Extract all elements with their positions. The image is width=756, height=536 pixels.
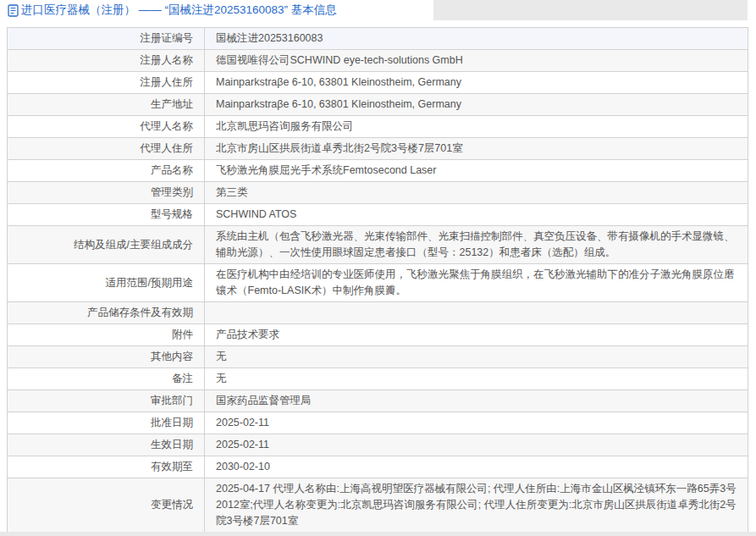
row-value: 北京市房山区拱辰街道卓秀北街2号院3号楼7层701室 bbox=[205, 138, 748, 160]
row-value: SCHWIND ATOS bbox=[205, 204, 748, 226]
row-value: 无 bbox=[205, 346, 748, 368]
row-value: 飞秒激光角膜屈光手术系统Femtosecond Laser bbox=[205, 160, 748, 182]
table-row: 适用范围/预期用途在医疗机构中由经培训的专业医师使用，飞秒激光聚焦于角膜组织，在… bbox=[8, 264, 748, 302]
table-row: 结构及组成/主要组成成分系统由主机（包含飞秒激光器、光束传输部件、光束扫描控制部… bbox=[8, 226, 748, 264]
row-label-text: 管理类别 bbox=[151, 186, 193, 198]
row-value: 产品技术要求 bbox=[205, 324, 748, 346]
row-label: 管理类别 bbox=[8, 182, 205, 204]
row-value: 2025-02-11 bbox=[205, 434, 748, 456]
row-value: Mainparkstraβe 6-10, 63801 Kleinostheim,… bbox=[205, 94, 748, 116]
row-label: 有效期至 bbox=[8, 456, 205, 478]
row-label-text: 批准日期 bbox=[151, 417, 193, 428]
document-icon bbox=[8, 4, 19, 17]
info-table-body: 注册证编号国械注进20253160083注册人名称德国视唯得公司SCHWIND … bbox=[8, 28, 748, 536]
row-label: 代理人住所 bbox=[8, 138, 205, 160]
info-table: 注册证编号国械注进20253160083注册人名称德国视唯得公司SCHWIND … bbox=[7, 27, 748, 536]
row-label-text: 结构及组成/主要组成成分 bbox=[74, 239, 193, 251]
row-label-text: 审批部门 bbox=[151, 395, 193, 406]
bottom-edge bbox=[0, 532, 756, 536]
table-row: 变更情况2025-04-17 代理人名称由:上海高视明望医疗器械有限公司; 代理… bbox=[8, 478, 748, 533]
table-row: 管理类别第三类 bbox=[8, 182, 748, 204]
row-label-text: 注册证编号 bbox=[141, 32, 194, 44]
page-title-text: 进口医疗器械（注册） —— “国械注进20253160083” 基本信息 bbox=[21, 3, 337, 18]
row-label-text: 生效日期 bbox=[151, 439, 193, 450]
page-title: 进口医疗器械（注册） —— “国械注进20253160083” 基本信息 bbox=[8, 3, 337, 18]
row-value: Mainparkstraβe 6-10, 63801 Kleinostheim,… bbox=[205, 72, 748, 94]
row-label-text: 变更情况 bbox=[151, 499, 193, 511]
row-label: 产品储存条件及有效期 bbox=[8, 302, 205, 324]
table-row: 产品名称飞秒激光角膜屈光手术系统Femtosecond Laser bbox=[8, 160, 748, 182]
row-label: 注册证编号 bbox=[8, 28, 205, 50]
row-value: 北京凯思玛咨询服务有限公司 bbox=[205, 116, 748, 138]
row-value: 系统由主机（包含飞秒激光器、光束传输部件、光束扫描控制部件、真空负压设备、带有摄… bbox=[205, 226, 748, 264]
table-row: 生产地址Mainparkstraβe 6-10, 63801 Kleinosth… bbox=[8, 94, 748, 116]
table-row: 代理人住所北京市房山区拱辰街道卓秀北街2号院3号楼7层701室 bbox=[8, 138, 748, 160]
table-row: 注册证编号国械注进20253160083 bbox=[8, 28, 748, 50]
table-row: 批准日期2025-02-11 bbox=[8, 412, 748, 434]
table-row: 型号规格SCHWIND ATOS bbox=[8, 204, 748, 226]
row-label-text: 产品储存条件及有效期 bbox=[87, 307, 193, 318]
table-row: 代理人名称北京凯思玛咨询服务有限公司 bbox=[8, 116, 748, 138]
row-label-text: 其他内容 bbox=[151, 351, 193, 362]
row-label-text: 型号规格 bbox=[151, 208, 193, 220]
row-value bbox=[205, 302, 748, 324]
table-row: 产品储存条件及有效期 bbox=[8, 302, 748, 324]
row-label-text: 注册人住所 bbox=[141, 76, 194, 88]
row-label-text: 生产地址 bbox=[151, 98, 193, 110]
row-value: 德国视唯得公司SCHWIND eye-tech-solutions GmbH bbox=[205, 50, 748, 72]
row-label: 生效日期 bbox=[8, 434, 205, 456]
row-label: 注册人住所 bbox=[8, 72, 205, 94]
table-row: 审批部门国家药品监督管理局 bbox=[8, 390, 748, 412]
row-label: 附件 bbox=[8, 324, 205, 346]
row-label: 生产地址 bbox=[8, 94, 205, 116]
row-label-text: 代理人住所 bbox=[141, 142, 194, 154]
row-label: 注册人名称 bbox=[8, 50, 205, 72]
table-row: 注册人名称德国视唯得公司SCHWIND eye-tech-solutions G… bbox=[8, 50, 748, 72]
row-label-text: 有效期至 bbox=[151, 461, 193, 472]
row-label: 型号规格 bbox=[8, 204, 205, 226]
table-row: 其他内容无 bbox=[8, 346, 748, 368]
row-value: 在医疗机构中由经培训的专业医师使用，飞秒激光聚焦于角膜组织，在飞秒激光辅助下的准… bbox=[205, 264, 748, 302]
row-label-text: 产品名称 bbox=[151, 164, 193, 176]
row-label-text: 备注 bbox=[172, 373, 193, 384]
row-value: 国械注进20253160083 bbox=[205, 28, 748, 50]
table-row: 有效期至2030-02-10 bbox=[8, 456, 748, 478]
row-label: 变更情况 bbox=[8, 478, 205, 533]
row-label: 其他内容 bbox=[8, 346, 205, 368]
row-label: 适用范围/预期用途 bbox=[8, 264, 205, 302]
table-row: 备注无 bbox=[8, 368, 748, 390]
row-label-text: 代理人名称 bbox=[141, 120, 194, 132]
row-label-text: 适用范围/预期用途 bbox=[106, 277, 193, 289]
top-right-background bbox=[433, 0, 748, 20]
row-label: 备注 bbox=[8, 368, 205, 390]
row-label: 结构及组成/主要组成成分 bbox=[8, 226, 205, 264]
row-label-text: 附件 bbox=[172, 329, 193, 340]
row-label-text: 注册人名称 bbox=[141, 54, 194, 66]
table-row: 附件产品技术要求 bbox=[8, 324, 748, 346]
row-value: 国家药品监督管理局 bbox=[205, 390, 748, 412]
row-value: 无 bbox=[205, 368, 748, 390]
row-label: 产品名称 bbox=[8, 160, 205, 182]
row-value: 2025-02-11 bbox=[205, 412, 748, 434]
row-label: 审批部门 bbox=[8, 390, 205, 412]
row-label: 代理人名称 bbox=[8, 116, 205, 138]
row-value: 2025-04-17 代理人名称由:上海高视明望医疗器械有限公司; 代理人住所由… bbox=[205, 478, 748, 533]
table-row: 注册人住所Mainparkstraβe 6-10, 63801 Kleinost… bbox=[8, 72, 748, 94]
row-value: 第三类 bbox=[205, 182, 748, 204]
row-label: 批准日期 bbox=[8, 412, 205, 434]
page: 进口医疗器械（注册） —— “国械注进20253160083” 基本信息 注册证… bbox=[0, 0, 756, 536]
table-row: 生效日期2025-02-11 bbox=[8, 434, 748, 456]
row-value: 2030-02-10 bbox=[205, 456, 748, 478]
